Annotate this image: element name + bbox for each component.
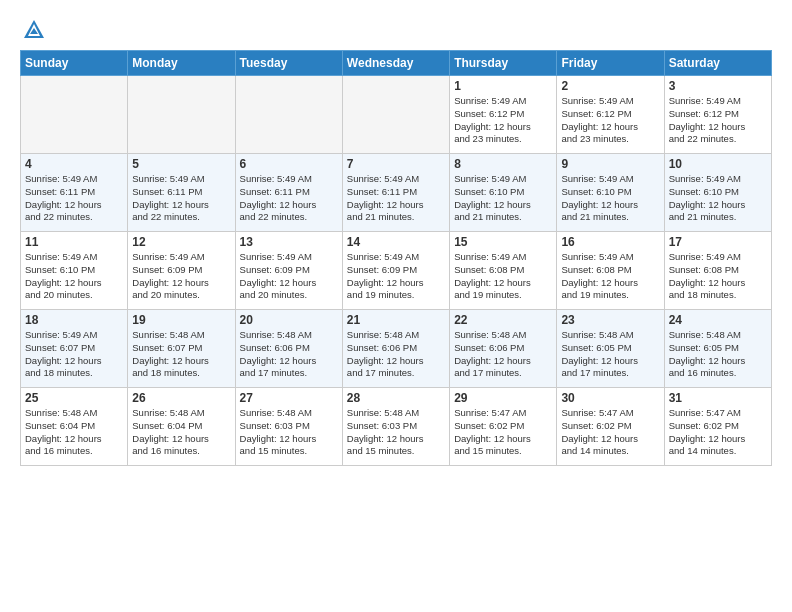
day-info: Sunrise: 5:49 AMSunset: 6:10 PMDaylight:… <box>561 173 659 224</box>
day-info: Sunrise: 5:48 AMSunset: 6:04 PMDaylight:… <box>132 407 230 458</box>
logo <box>20 16 52 44</box>
logo-icon <box>20 16 48 44</box>
calendar-cell: 24Sunrise: 5:48 AMSunset: 6:05 PMDayligh… <box>664 310 771 388</box>
day-info: Sunrise: 5:49 AMSunset: 6:11 PMDaylight:… <box>25 173 123 224</box>
calendar-cell: 13Sunrise: 5:49 AMSunset: 6:09 PMDayligh… <box>235 232 342 310</box>
day-info: Sunrise: 5:49 AMSunset: 6:10 PMDaylight:… <box>454 173 552 224</box>
calendar-cell: 2Sunrise: 5:49 AMSunset: 6:12 PMDaylight… <box>557 76 664 154</box>
page: SundayMondayTuesdayWednesdayThursdayFrid… <box>0 0 792 476</box>
day-number: 18 <box>25 313 123 327</box>
day-number: 17 <box>669 235 767 249</box>
day-info: Sunrise: 5:47 AMSunset: 6:02 PMDaylight:… <box>561 407 659 458</box>
calendar-cell: 1Sunrise: 5:49 AMSunset: 6:12 PMDaylight… <box>450 76 557 154</box>
day-number: 7 <box>347 157 445 171</box>
day-number: 12 <box>132 235 230 249</box>
day-number: 11 <box>25 235 123 249</box>
day-number: 9 <box>561 157 659 171</box>
day-info: Sunrise: 5:49 AMSunset: 6:08 PMDaylight:… <box>454 251 552 302</box>
calendar-cell: 21Sunrise: 5:48 AMSunset: 6:06 PMDayligh… <box>342 310 449 388</box>
day-number: 27 <box>240 391 338 405</box>
day-number: 24 <box>669 313 767 327</box>
day-info: Sunrise: 5:48 AMSunset: 6:06 PMDaylight:… <box>454 329 552 380</box>
day-number: 19 <box>132 313 230 327</box>
calendar-cell: 27Sunrise: 5:48 AMSunset: 6:03 PMDayligh… <box>235 388 342 466</box>
calendar-table: SundayMondayTuesdayWednesdayThursdayFrid… <box>20 50 772 466</box>
day-number: 30 <box>561 391 659 405</box>
calendar-cell: 29Sunrise: 5:47 AMSunset: 6:02 PMDayligh… <box>450 388 557 466</box>
calendar-cell: 11Sunrise: 5:49 AMSunset: 6:10 PMDayligh… <box>21 232 128 310</box>
calendar-cell: 31Sunrise: 5:47 AMSunset: 6:02 PMDayligh… <box>664 388 771 466</box>
day-number: 16 <box>561 235 659 249</box>
day-info: Sunrise: 5:48 AMSunset: 6:04 PMDaylight:… <box>25 407 123 458</box>
calendar-cell: 23Sunrise: 5:48 AMSunset: 6:05 PMDayligh… <box>557 310 664 388</box>
day-number: 1 <box>454 79 552 93</box>
day-info: Sunrise: 5:49 AMSunset: 6:07 PMDaylight:… <box>25 329 123 380</box>
calendar-cell: 6Sunrise: 5:49 AMSunset: 6:11 PMDaylight… <box>235 154 342 232</box>
day-info: Sunrise: 5:48 AMSunset: 6:05 PMDaylight:… <box>669 329 767 380</box>
day-info: Sunrise: 5:49 AMSunset: 6:12 PMDaylight:… <box>669 95 767 146</box>
calendar-cell: 10Sunrise: 5:49 AMSunset: 6:10 PMDayligh… <box>664 154 771 232</box>
calendar-week-row: 11Sunrise: 5:49 AMSunset: 6:10 PMDayligh… <box>21 232 772 310</box>
day-number: 29 <box>454 391 552 405</box>
calendar-cell <box>21 76 128 154</box>
calendar-cell: 7Sunrise: 5:49 AMSunset: 6:11 PMDaylight… <box>342 154 449 232</box>
weekday-header: Thursday <box>450 51 557 76</box>
calendar-cell <box>128 76 235 154</box>
header <box>20 16 772 44</box>
day-number: 2 <box>561 79 659 93</box>
day-info: Sunrise: 5:49 AMSunset: 6:12 PMDaylight:… <box>454 95 552 146</box>
day-info: Sunrise: 5:49 AMSunset: 6:09 PMDaylight:… <box>347 251 445 302</box>
calendar-cell: 19Sunrise: 5:48 AMSunset: 6:07 PMDayligh… <box>128 310 235 388</box>
calendar-cell <box>342 76 449 154</box>
calendar-cell: 4Sunrise: 5:49 AMSunset: 6:11 PMDaylight… <box>21 154 128 232</box>
day-info: Sunrise: 5:49 AMSunset: 6:09 PMDaylight:… <box>132 251 230 302</box>
day-info: Sunrise: 5:49 AMSunset: 6:11 PMDaylight:… <box>240 173 338 224</box>
day-info: Sunrise: 5:48 AMSunset: 6:06 PMDaylight:… <box>347 329 445 380</box>
day-number: 22 <box>454 313 552 327</box>
day-info: Sunrise: 5:49 AMSunset: 6:11 PMDaylight:… <box>347 173 445 224</box>
weekday-header: Sunday <box>21 51 128 76</box>
day-number: 21 <box>347 313 445 327</box>
calendar-cell: 22Sunrise: 5:48 AMSunset: 6:06 PMDayligh… <box>450 310 557 388</box>
calendar-cell: 18Sunrise: 5:49 AMSunset: 6:07 PMDayligh… <box>21 310 128 388</box>
day-number: 3 <box>669 79 767 93</box>
day-number: 20 <box>240 313 338 327</box>
day-number: 10 <box>669 157 767 171</box>
day-info: Sunrise: 5:49 AMSunset: 6:08 PMDaylight:… <box>561 251 659 302</box>
calendar-header-row: SundayMondayTuesdayWednesdayThursdayFrid… <box>21 51 772 76</box>
day-number: 4 <box>25 157 123 171</box>
day-info: Sunrise: 5:48 AMSunset: 6:06 PMDaylight:… <box>240 329 338 380</box>
day-info: Sunrise: 5:47 AMSunset: 6:02 PMDaylight:… <box>454 407 552 458</box>
calendar-week-row: 4Sunrise: 5:49 AMSunset: 6:11 PMDaylight… <box>21 154 772 232</box>
day-info: Sunrise: 5:47 AMSunset: 6:02 PMDaylight:… <box>669 407 767 458</box>
day-info: Sunrise: 5:48 AMSunset: 6:03 PMDaylight:… <box>240 407 338 458</box>
day-number: 26 <box>132 391 230 405</box>
calendar-cell: 9Sunrise: 5:49 AMSunset: 6:10 PMDaylight… <box>557 154 664 232</box>
calendar-cell: 20Sunrise: 5:48 AMSunset: 6:06 PMDayligh… <box>235 310 342 388</box>
calendar-cell: 12Sunrise: 5:49 AMSunset: 6:09 PMDayligh… <box>128 232 235 310</box>
calendar-cell: 30Sunrise: 5:47 AMSunset: 6:02 PMDayligh… <box>557 388 664 466</box>
calendar-cell: 8Sunrise: 5:49 AMSunset: 6:10 PMDaylight… <box>450 154 557 232</box>
weekday-header: Monday <box>128 51 235 76</box>
day-number: 25 <box>25 391 123 405</box>
calendar-cell: 15Sunrise: 5:49 AMSunset: 6:08 PMDayligh… <box>450 232 557 310</box>
day-info: Sunrise: 5:48 AMSunset: 6:05 PMDaylight:… <box>561 329 659 380</box>
day-info: Sunrise: 5:49 AMSunset: 6:08 PMDaylight:… <box>669 251 767 302</box>
weekday-header: Friday <box>557 51 664 76</box>
calendar-week-row: 25Sunrise: 5:48 AMSunset: 6:04 PMDayligh… <box>21 388 772 466</box>
day-info: Sunrise: 5:49 AMSunset: 6:12 PMDaylight:… <box>561 95 659 146</box>
day-number: 8 <box>454 157 552 171</box>
day-number: 28 <box>347 391 445 405</box>
calendar-cell: 5Sunrise: 5:49 AMSunset: 6:11 PMDaylight… <box>128 154 235 232</box>
calendar-cell: 16Sunrise: 5:49 AMSunset: 6:08 PMDayligh… <box>557 232 664 310</box>
day-info: Sunrise: 5:48 AMSunset: 6:07 PMDaylight:… <box>132 329 230 380</box>
day-number: 6 <box>240 157 338 171</box>
weekday-header: Saturday <box>664 51 771 76</box>
day-number: 31 <box>669 391 767 405</box>
day-number: 13 <box>240 235 338 249</box>
weekday-header: Wednesday <box>342 51 449 76</box>
calendar-cell: 3Sunrise: 5:49 AMSunset: 6:12 PMDaylight… <box>664 76 771 154</box>
day-number: 15 <box>454 235 552 249</box>
day-info: Sunrise: 5:49 AMSunset: 6:09 PMDaylight:… <box>240 251 338 302</box>
calendar-cell: 28Sunrise: 5:48 AMSunset: 6:03 PMDayligh… <box>342 388 449 466</box>
